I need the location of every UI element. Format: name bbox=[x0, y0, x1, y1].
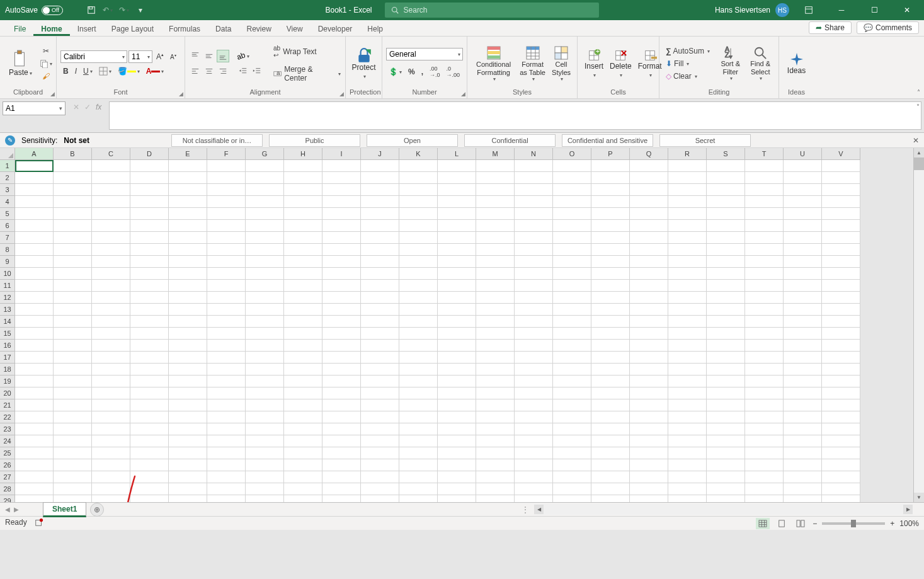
fill-color-button[interactable]: 🪣▾ bbox=[115, 66, 142, 77]
cell-A7[interactable] bbox=[15, 232, 54, 244]
cell-P11[interactable] bbox=[591, 280, 630, 292]
cell-Q14[interactable] bbox=[630, 316, 668, 328]
cell-K3[interactable] bbox=[399, 184, 438, 196]
cell-F5[interactable] bbox=[207, 208, 246, 220]
number-launcher[interactable]: ◢ bbox=[461, 91, 465, 97]
cell-S7[interactable] bbox=[707, 232, 745, 244]
cell-J24[interactable] bbox=[361, 435, 399, 447]
conditional-formatting-button[interactable]: Conditional Formatting▾ bbox=[471, 44, 516, 83]
cell-H27[interactable] bbox=[284, 471, 322, 483]
cell-K19[interactable] bbox=[399, 375, 438, 387]
cell-P24[interactable] bbox=[591, 435, 630, 447]
cell-N7[interactable] bbox=[515, 232, 553, 244]
cell-B18[interactable] bbox=[54, 364, 92, 375]
cell-E13[interactable] bbox=[169, 304, 207, 316]
cell-F27[interactable] bbox=[207, 471, 246, 483]
cell-A4[interactable] bbox=[15, 196, 54, 208]
cell-E15[interactable] bbox=[169, 328, 207, 340]
cell-C24[interactable] bbox=[92, 435, 130, 447]
cell-C3[interactable] bbox=[92, 184, 130, 196]
italic-button[interactable]: I bbox=[72, 66, 79, 77]
cell-P22[interactable] bbox=[591, 411, 630, 423]
cell-F17[interactable] bbox=[207, 352, 246, 364]
cell-Q19[interactable] bbox=[630, 375, 668, 387]
cut-button[interactable]: ✂ bbox=[37, 45, 55, 57]
cell-I19[interactable] bbox=[322, 375, 361, 387]
cell-L14[interactable] bbox=[438, 316, 476, 328]
scroll-right-button[interactable]: ▶ bbox=[903, 505, 913, 514]
row-header-14[interactable]: 14 bbox=[0, 316, 15, 328]
cell-V3[interactable] bbox=[822, 184, 860, 196]
cell-L22[interactable] bbox=[438, 411, 476, 423]
cell-H20[interactable] bbox=[284, 387, 322, 399]
cell-F22[interactable] bbox=[207, 411, 246, 423]
cell-U17[interactable] bbox=[784, 352, 822, 364]
cell-D18[interactable] bbox=[130, 364, 169, 375]
align-middle-button[interactable] bbox=[203, 50, 215, 62]
cell-E25[interactable] bbox=[169, 447, 207, 459]
cell-D21[interactable] bbox=[130, 399, 169, 411]
cell-B11[interactable] bbox=[54, 280, 92, 292]
cell-F12[interactable] bbox=[207, 292, 246, 304]
cell-R18[interactable] bbox=[668, 364, 707, 375]
tab-view[interactable]: View bbox=[279, 22, 311, 36]
cell-C11[interactable] bbox=[92, 280, 130, 292]
cell-J25[interactable] bbox=[361, 447, 399, 459]
cell-J20[interactable] bbox=[361, 387, 399, 399]
sensitivity-option-0[interactable]: Not classifiable or in… bbox=[171, 134, 263, 147]
cell-F10[interactable] bbox=[207, 268, 246, 280]
cell-L12[interactable] bbox=[438, 292, 476, 304]
cell-L25[interactable] bbox=[438, 447, 476, 459]
cell-S23[interactable] bbox=[707, 423, 745, 435]
cell-S20[interactable] bbox=[707, 387, 745, 399]
cell-F6[interactable] bbox=[207, 220, 246, 232]
cell-O19[interactable] bbox=[553, 375, 591, 387]
row-header-25[interactable]: 25 bbox=[0, 447, 15, 459]
cell-U28[interactable] bbox=[784, 483, 822, 495]
cell-C5[interactable] bbox=[92, 208, 130, 220]
cell-F18[interactable] bbox=[207, 364, 246, 375]
find-select-button[interactable]: Find & Select▾ bbox=[746, 45, 775, 82]
cell-U3[interactable] bbox=[784, 184, 822, 196]
cell-S15[interactable] bbox=[707, 328, 745, 340]
cell-V6[interactable] bbox=[822, 220, 860, 232]
cell-C13[interactable] bbox=[92, 304, 130, 316]
cell-L19[interactable] bbox=[438, 375, 476, 387]
cell-E18[interactable] bbox=[169, 364, 207, 375]
cell-Q11[interactable] bbox=[630, 280, 668, 292]
align-center-button[interactable] bbox=[203, 65, 215, 77]
font-size-combo[interactable]: 11 bbox=[128, 50, 152, 63]
cell-G17[interactable] bbox=[246, 352, 284, 364]
cell-B9[interactable] bbox=[54, 256, 92, 268]
cell-Q23[interactable] bbox=[630, 423, 668, 435]
cell-S24[interactable] bbox=[707, 435, 745, 447]
merge-center-button[interactable]: aMerge & Center▾ bbox=[271, 64, 343, 84]
cell-K7[interactable] bbox=[399, 232, 438, 244]
cell-S16[interactable] bbox=[707, 340, 745, 352]
cell-G10[interactable] bbox=[246, 268, 284, 280]
cell-F23[interactable] bbox=[207, 423, 246, 435]
column-header-E[interactable]: E bbox=[169, 148, 207, 159]
cell-J9[interactable] bbox=[361, 256, 399, 268]
column-header-S[interactable]: S bbox=[707, 148, 745, 159]
cell-P19[interactable] bbox=[591, 375, 630, 387]
clear-button[interactable]: ◇Clear▾ bbox=[663, 71, 704, 82]
alignment-launcher[interactable]: ◢ bbox=[339, 91, 344, 97]
redo-button[interactable]: ↷▾ bbox=[117, 3, 131, 17]
cell-M26[interactable] bbox=[476, 459, 515, 471]
cell-B2[interactable] bbox=[54, 172, 92, 184]
cell-H6[interactable] bbox=[284, 220, 322, 232]
cell-E17[interactable] bbox=[169, 352, 207, 364]
cell-T1[interactable] bbox=[745, 160, 784, 172]
horizontal-scrollbar[interactable]: ◀ ▶ bbox=[534, 504, 913, 515]
font-launcher[interactable]: ◢ bbox=[179, 91, 183, 97]
cell-P6[interactable] bbox=[591, 220, 630, 232]
cell-U11[interactable] bbox=[784, 280, 822, 292]
cell-R16[interactable] bbox=[668, 340, 707, 352]
cell-O3[interactable] bbox=[553, 184, 591, 196]
cell-M20[interactable] bbox=[476, 387, 515, 399]
cell-N20[interactable] bbox=[515, 387, 553, 399]
cell-U16[interactable] bbox=[784, 340, 822, 352]
cell-D7[interactable] bbox=[130, 232, 169, 244]
cell-P14[interactable] bbox=[591, 316, 630, 328]
